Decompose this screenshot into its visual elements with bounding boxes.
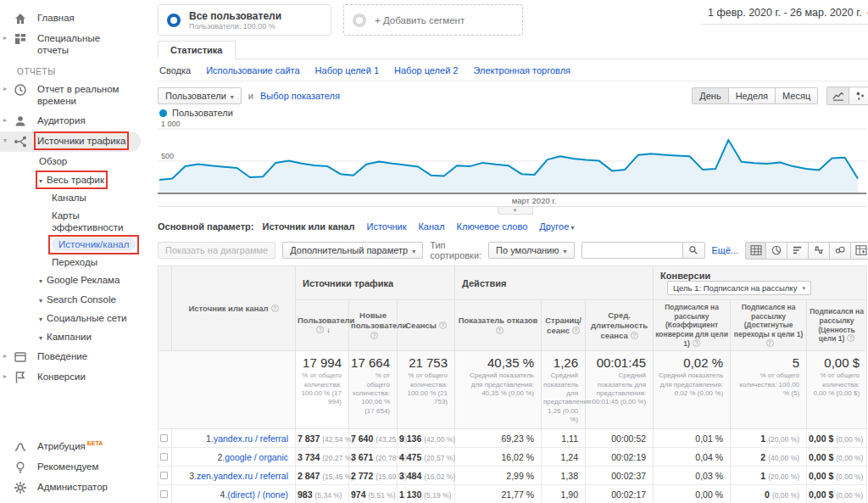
subnav-link[interactable]: Использование сайта <box>206 65 299 75</box>
sidebar-item-search-console[interactable]: ▾Search Console <box>0 290 153 309</box>
secondary-dimension-dropdown[interactable]: Дополнительный параметр▾ <box>282 242 423 259</box>
expander-down-icon[interactable]: ▾ <box>39 297 42 305</box>
row-checkbox-cell <box>159 485 172 503</box>
expander-down-icon[interactable]: ▾ <box>3 135 12 145</box>
row-checkbox[interactable] <box>160 434 168 442</box>
column-header-completions[interactable]: Подписался на рассылку (Достигнутые пере… <box>731 300 807 351</box>
chart-collapse-handle[interactable]: ▼ <box>498 207 533 215</box>
sort-type-dropdown[interactable]: По умолчанию▾ <box>488 242 574 259</box>
date-range-selector[interactable]: 1 февр. 2020 г. - 26 мар. 2020 г.▾ <box>701 4 868 25</box>
sidebar-item-конверсии[interactable]: ▸Конверсии <box>0 367 153 388</box>
sidebar-item-рекомендуем[interactable]: Рекомендуем <box>0 457 153 478</box>
sidebar-item-карты-эффективности[interactable]: Карты эффективности <box>0 207 153 237</box>
subnav-link[interactable]: Набор целей 1 <box>315 65 379 75</box>
column-header-duration[interactable]: Сред. длительность сеанса? <box>586 300 654 351</box>
source-link[interactable]: (direct) / (none) <box>227 489 288 500</box>
sidebar-item-главная[interactable]: Главная <box>0 8 153 29</box>
completions-cell: 0(0,00 %) <box>731 485 807 503</box>
expander-right-icon[interactable]: ▸ <box>3 350 12 360</box>
help-icon[interactable]: ? <box>847 334 854 342</box>
subnav-link[interactable]: Электронная торговля <box>473 65 570 75</box>
comparison-view-icon[interactable] <box>809 242 830 260</box>
plot-rows-button[interactable]: Показать на диаграмме <box>158 242 275 259</box>
term-cloud-view-icon[interactable] <box>830 242 851 260</box>
sidebar-item-аудитория[interactable]: ▸Аудитория <box>0 111 153 131</box>
table-view-icon[interactable] <box>745 242 766 260</box>
subnav-active-link[interactable]: Сводка <box>159 65 191 75</box>
expander-down-icon[interactable]: ▾ <box>39 316 42 323</box>
row-checkbox-cell <box>159 429 172 448</box>
sidebar-item-кампании[interactable]: ▾Кампании <box>0 327 153 346</box>
sidebar-item-атрибуция[interactable]: АтрибуцияБЕТА <box>0 437 153 457</box>
help-icon[interactable]: ? <box>572 327 580 334</box>
sidebar-item-источники-трафика[interactable]: ▾Источники трафика <box>0 131 141 152</box>
help-icon[interactable]: ? <box>496 327 504 334</box>
help-icon[interactable]: ? <box>439 321 447 329</box>
granularity-день-button[interactable]: День <box>692 87 728 104</box>
line-chart-icon[interactable] <box>826 87 849 105</box>
help-icon[interactable]: ? <box>766 339 774 347</box>
sidebar-item-отчет-в-реальном-времени[interactable]: ▸Отчет в реальном времени <box>0 80 153 111</box>
dimension-option-канал[interactable]: Канал <box>418 221 444 232</box>
sidebar-item-весь-трафик[interactable]: ▾Весь трафик <box>0 170 153 189</box>
expander-down-icon[interactable]: ▾ <box>39 177 42 185</box>
column-header-sessions[interactable]: Сеансы? <box>398 300 455 351</box>
advanced-filter-link[interactable]: Ещё... <box>712 245 739 255</box>
search-input[interactable] <box>581 242 683 259</box>
search-icon[interactable] <box>683 242 705 259</box>
add-segment-button[interactable]: + Добавить сегмент <box>343 4 523 36</box>
metric-dropdown[interactable]: Пользователи▾ <box>158 87 242 104</box>
goal-selector-dropdown[interactable]: Цель 1: Подписался на рассылку▾ <box>667 281 811 295</box>
help-icon[interactable]: ? <box>316 326 324 333</box>
column-header-value[interactable]: Подписался на рассылку (Ценность цели 1)… <box>807 300 867 351</box>
source-link[interactable]: zen.yandex.ru / referral <box>197 471 288 481</box>
granularity-месяц-button[interactable]: Месяц <box>776 87 818 104</box>
expander-right-icon[interactable]: ▸ <box>3 32 12 42</box>
percentage-view-icon[interactable] <box>766 242 787 260</box>
tab-statistics[interactable]: Статистика <box>158 41 236 59</box>
row-checkbox[interactable] <box>160 472 168 479</box>
segment-all-users[interactable]: Все пользователи Пользователи: 100,00 % <box>158 4 331 36</box>
expander-right-icon[interactable]: ▸ <box>3 371 12 381</box>
sidebar-item-источник-канал[interactable]: Источник/канал <box>0 236 153 253</box>
expander-right-icon[interactable]: ▸ <box>3 115 12 125</box>
column-header-pages[interactable]: Страниц/сеанс? <box>542 300 586 351</box>
help-icon[interactable]: ? <box>631 332 638 339</box>
metric-value: 1,11 <box>561 433 578 444</box>
motion-chart-icon[interactable] <box>849 87 868 105</box>
column-header-bounce[interactable]: Показатель отказов? <box>455 300 542 351</box>
sidebar-item-специальные-отчеты[interactable]: ▸Специальные отчеты <box>0 29 153 60</box>
area-chart[interactable]: 1 000500март 2020 г. <box>158 119 866 207</box>
pivot-view-icon[interactable] <box>851 242 868 260</box>
sidebar-item-google-реклама[interactable]: ▾Google Реклама <box>0 271 153 289</box>
column-header-new_users[interactable]: Новые пользователи? <box>349 300 398 351</box>
sidebar-item-администратор[interactable]: Администратор <box>0 478 153 498</box>
expander-right-icon[interactable]: ▸ <box>3 83 12 93</box>
metric-value: 00:02:17 <box>611 489 646 500</box>
expander-down-icon[interactable]: ▾ <box>39 277 42 285</box>
expander-down-icon[interactable]: ▾ <box>39 334 42 342</box>
sidebar-item-обзор[interactable]: Обзор <box>0 152 153 170</box>
dimension-option-другое[interactable]: Другое ▾ <box>539 221 578 232</box>
dimension-option-ключевое-слово[interactable]: Ключевое слово <box>457 221 528 232</box>
sidebar-item-переходы[interactable]: Переходы <box>0 254 153 271</box>
help-icon[interactable]: ? <box>693 339 700 347</box>
row-checkbox[interactable] <box>160 453 168 461</box>
column-header-users[interactable]: Пользователи?↓ <box>296 300 349 351</box>
sidebar-item-социальные-сети[interactable]: ▾Социальные сети <box>0 309 153 327</box>
help-icon[interactable]: ? <box>370 332 378 339</box>
dimension-option-источник[interactable]: Источник <box>366 221 406 232</box>
sidebar-item-каналы[interactable]: Каналы <box>0 189 153 206</box>
column-header-conv_rate[interactable]: Подписался на рассылку (Коэффициент конв… <box>654 300 731 351</box>
source-link[interactable]: google / organic <box>225 452 288 462</box>
row-checkbox[interactable] <box>160 490 168 498</box>
sidebar-item-поведение[interactable]: ▸Поведение <box>0 347 153 367</box>
dimension-option-источник-или-канал[interactable]: Источник или канал <box>262 221 354 232</box>
subnav-link[interactable]: Набор целей 2 <box>394 65 458 75</box>
source-link[interactable]: yandex.ru / referral <box>214 433 288 444</box>
pages-cell: 1,24 <box>542 448 586 467</box>
help-icon[interactable]: ? <box>271 305 279 312</box>
performance-view-icon[interactable] <box>787 242 809 260</box>
select-metric-link[interactable]: Выбор показателя <box>260 91 340 101</box>
granularity-неделя-button[interactable]: Неделя <box>729 87 776 104</box>
